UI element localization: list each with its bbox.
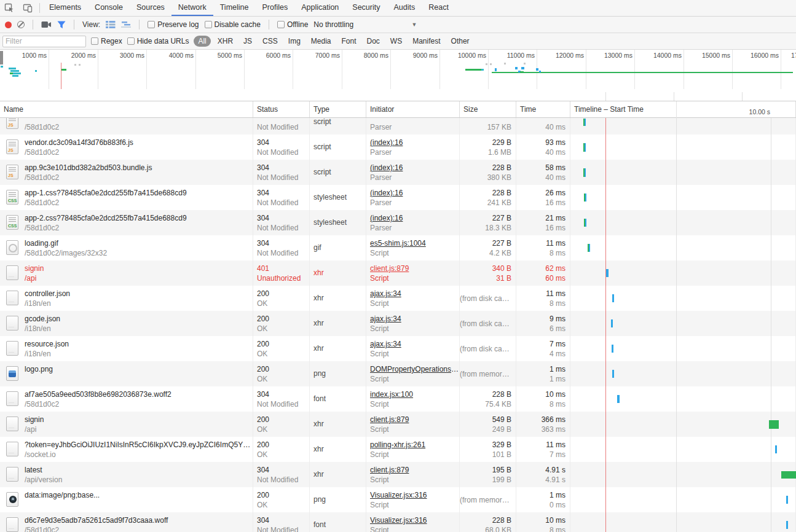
- filter-type-img[interactable]: Img: [285, 36, 304, 47]
- waterfall-bar[interactable]: [769, 420, 779, 429]
- filter-type-xhr[interactable]: XHR: [214, 36, 237, 47]
- waterfall-bar[interactable]: [611, 319, 613, 327]
- time-cell: 40 ms: [516, 118, 570, 135]
- waterfall-bar[interactable]: [612, 370, 614, 378]
- tab-sources[interactable]: Sources: [130, 0, 171, 16]
- filter-type-js[interactable]: JS: [240, 36, 256, 47]
- file-icon-label: CSS: [8, 224, 17, 228]
- preserve-log-checkbox[interactable]: Preserve log: [148, 20, 199, 29]
- device-toolbar-button[interactable]: [18, 0, 37, 16]
- disable-cache-checkbox[interactable]: Disable cache: [205, 20, 261, 29]
- status-code: 304: [257, 138, 309, 148]
- file-icon: CSS: [6, 190, 18, 205]
- timeline-cell: [570, 462, 796, 487]
- column-header-time[interactable]: Time: [516, 101, 570, 117]
- filter-type-ws[interactable]: WS: [387, 36, 406, 47]
- initiator-link[interactable]: Visualizer.jsx:316: [370, 490, 459, 501]
- waterfall-bar[interactable]: [612, 294, 614, 302]
- regex-checkbox[interactable]: Regex: [91, 37, 122, 45]
- requests-table-header: Name Status Type Initiator Size Time Tim…: [0, 101, 796, 118]
- filter-type-font[interactable]: Font: [338, 36, 360, 47]
- overview-request-mark: [521, 67, 524, 69]
- clear-button[interactable]: [17, 21, 25, 28]
- initiator-link[interactable]: ajax.js:34: [370, 339, 459, 350]
- initiator-link[interactable]: (index):16: [370, 163, 459, 173]
- timeline-overview[interactable]: 1000 ms2000 ms3000 ms4000 ms5000 ms6000 …: [0, 50, 796, 101]
- column-header-status[interactable]: Status: [253, 101, 310, 117]
- initiator-link[interactable]: ajax.js:34: [370, 289, 459, 299]
- waterfall-bar[interactable]: [606, 269, 609, 277]
- filter-type-manifest[interactable]: Manifest: [409, 36, 444, 47]
- column-header-size[interactable]: Size: [460, 101, 516, 117]
- initiator-link[interactable]: (index):16: [370, 138, 459, 148]
- waterfall-bar[interactable]: [786, 496, 788, 504]
- initiator-link[interactable]: [370, 118, 459, 123]
- overview-sub-tick: [674, 92, 674, 101]
- hide-data-urls-checkbox[interactable]: Hide data URLs: [127, 37, 189, 45]
- file-icon: [6, 341, 18, 356]
- initiator-link[interactable]: es5-shim.js:1004: [370, 238, 459, 249]
- tab-console[interactable]: Console: [88, 0, 130, 16]
- initiator-link[interactable]: client.js:879: [370, 415, 459, 425]
- type-cell: xhr: [310, 437, 366, 462]
- tab-audits[interactable]: Audits: [387, 0, 422, 16]
- initiator-link[interactable]: client.js:879: [370, 465, 459, 475]
- filter-type-doc[interactable]: Doc: [363, 36, 384, 47]
- record-button[interactable]: [5, 22, 12, 28]
- size-transferred: (from disk cache): [460, 294, 511, 304]
- tab-network[interactable]: Network: [171, 0, 213, 16]
- initiator-link[interactable]: DOMPropertyOperations.js:1...: [370, 364, 459, 375]
- waterfall-bar[interactable]: [583, 168, 586, 177]
- filter-type-css[interactable]: CSS: [259, 36, 282, 47]
- filter-funnel-icon[interactable]: [57, 21, 66, 29]
- filter-type-other[interactable]: Other: [447, 36, 473, 47]
- initiator-link[interactable]: Visualizer.jsx:316: [370, 515, 459, 526]
- tab-security[interactable]: Security: [345, 0, 387, 16]
- view-large-rows-icon[interactable]: [106, 21, 116, 28]
- overview-drag-handle[interactable]: [0, 51, 3, 65]
- overview-gridline: [634, 50, 635, 89]
- request-path: /58d1d0c2/images/32x32: [25, 249, 253, 259]
- tab-profiles[interactable]: Profiles: [255, 0, 294, 16]
- initiator-link[interactable]: ajax.js:34: [370, 314, 459, 324]
- waterfall-bar[interactable]: [584, 194, 586, 201]
- filter-type-media[interactable]: Media: [307, 36, 335, 47]
- status-code: 200: [257, 415, 309, 425]
- filter-type-all[interactable]: All: [194, 36, 210, 47]
- initiator-link[interactable]: (index):16: [370, 188, 459, 198]
- throttling-select[interactable]: No throttling ▼: [313, 20, 417, 29]
- column-header-type[interactable]: Type: [310, 101, 366, 117]
- waterfall-bar[interactable]: [583, 143, 586, 152]
- waterfall-bar[interactable]: [612, 345, 613, 353]
- filter-bar: Regex Hide data URLs AllXHRJSCSSImgMedia…: [0, 33, 796, 50]
- waterfall-bar[interactable]: [786, 521, 788, 529]
- file-icon-label: JS: [8, 173, 14, 178]
- inspect-element-button[interactable]: [0, 0, 18, 16]
- screenshot-camera-icon[interactable]: [41, 21, 52, 28]
- offline-checkbox[interactable]: Offline: [277, 20, 308, 29]
- size-cell: 340 B 31 B: [460, 260, 516, 286]
- waterfall-bar[interactable]: [617, 395, 620, 403]
- waterfall-bar[interactable]: [588, 244, 590, 252]
- tab-react[interactable]: React: [422, 0, 455, 16]
- name-cell: data:image/png;base...: [0, 487, 253, 512]
- tab-timeline[interactable]: Timeline: [213, 0, 256, 16]
- initiator-link[interactable]: index.jsx:100: [370, 389, 459, 400]
- initiator-link[interactable]: (index):16: [370, 213, 459, 224]
- time-latency: 8 ms: [516, 526, 565, 532]
- waterfall-bar[interactable]: [583, 119, 586, 126]
- waterfall-bar[interactable]: [584, 219, 586, 227]
- view-waterfall-icon[interactable]: [121, 21, 131, 28]
- tab-application[interactable]: Application: [294, 0, 345, 16]
- size-transferred: (from disk cache): [460, 344, 511, 354]
- column-header-initiator[interactable]: Initiator: [366, 101, 460, 117]
- tab-elements[interactable]: Elements: [42, 0, 88, 16]
- filter-input[interactable]: [2, 36, 86, 47]
- column-header-name[interactable]: Name: [0, 101, 253, 117]
- request-name: af7ae505a9eed503f8b8e6982036873e.woff2: [25, 389, 253, 400]
- waterfall-bar[interactable]: [775, 445, 777, 453]
- initiator-link[interactable]: polling-xhr.js:261: [370, 440, 459, 450]
- waterfall-bar[interactable]: [781, 471, 796, 479]
- timeline-cell: [570, 437, 796, 462]
- initiator-link[interactable]: client.js:879: [370, 264, 459, 274]
